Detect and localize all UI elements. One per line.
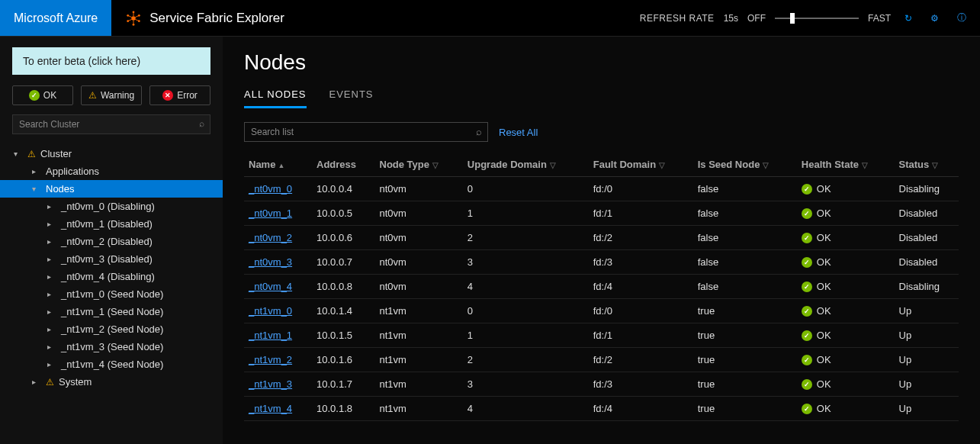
node-seed: false <box>693 250 797 275</box>
tree-applications-label: Applications <box>46 166 99 177</box>
node-health: ✓OK <box>797 397 895 421</box>
warning-icon: ⚠ <box>46 377 54 388</box>
filter-icon[interactable]: ▽ <box>550 161 556 169</box>
node-status: Disabling <box>895 177 959 201</box>
tree-node-item[interactable]: ▸_nt0vm_2 (Disabled) <box>0 233 223 250</box>
node-name-link[interactable]: _nt0vm_1 <box>244 201 312 226</box>
tree-cluster-label: Cluster <box>40 148 72 159</box>
table-row: _nt1vm_010.0.1.4nt1vm0fd:/0true✓OKUp <box>244 299 959 323</box>
check-icon: ✓ <box>802 282 812 292</box>
tab-all-nodes[interactable]: ALL NODES <box>244 88 307 108</box>
tree-node-label: _nt0vm_1 (Disabled) <box>61 218 153 230</box>
node-fd: fd:/3 <box>589 372 693 397</box>
col-status[interactable]: Status▽ <box>895 153 959 177</box>
col-name[interactable]: Name▲ <box>244 153 312 177</box>
node-type: nt1vm <box>375 323 463 348</box>
beta-banner[interactable]: To enter beta (click here) <box>12 47 210 75</box>
col-fault-domain[interactable]: Fault Domain▽ <box>589 153 693 177</box>
node-fd: fd:/4 <box>589 275 693 299</box>
refresh-slider[interactable] <box>775 18 859 19</box>
refresh-icon[interactable]: ↻ <box>900 8 917 28</box>
check-icon: ✓ <box>802 233 812 243</box>
col-health[interactable]: Health State▽ <box>797 153 895 177</box>
search-icon[interactable]: ⌕ <box>476 126 482 137</box>
tree: ▾ ⚠ Cluster ▸ Applications ▾ Nodes ▸_nt0… <box>0 142 223 394</box>
node-fd: fd:/0 <box>589 299 693 323</box>
node-status: Disabled <box>895 250 959 275</box>
info-icon[interactable]: ⓘ <box>953 7 971 29</box>
node-type: nt0vm <box>375 226 463 250</box>
search-list-input[interactable] <box>244 122 488 142</box>
tree-node-label: _nt0vm_3 (Disabled) <box>61 253 153 265</box>
node-address: 10.0.0.8 <box>312 275 374 299</box>
table-row: _nt1vm_110.0.1.5nt1vm1fd:/1true✓OKUp <box>244 323 959 348</box>
page-title: Nodes <box>244 50 959 75</box>
svg-point-0 <box>132 16 137 21</box>
node-ud: 2 <box>463 226 589 250</box>
gear-icon[interactable]: ⚙ <box>926 8 943 28</box>
chevron-right-icon: ▸ <box>47 255 56 263</box>
node-name-link[interactable]: _nt0vm_4 <box>244 275 312 299</box>
chevron-right-icon: ▸ <box>47 202 56 211</box>
tree-node-item[interactable]: ▸_nt1vm_2 (Seed Node) <box>0 320 223 338</box>
col-node-type[interactable]: Node Type▽ <box>375 153 463 177</box>
col-upgrade-domain[interactable]: Upgrade Domain▽ <box>463 153 589 177</box>
tree-node-label: _nt1vm_2 (Seed Node) <box>61 323 163 335</box>
node-name-link[interactable]: _nt0vm_0 <box>244 177 312 201</box>
node-name-link[interactable]: _nt0vm_2 <box>244 226 312 250</box>
filter-icon[interactable]: ▽ <box>932 161 938 169</box>
node-ud: 1 <box>463 323 589 348</box>
search-cluster-input[interactable] <box>12 114 210 134</box>
filter-ok-label: OK <box>43 90 56 101</box>
node-status: Up <box>895 397 959 421</box>
tree-node-item[interactable]: ▸_nt0vm_1 (Disabled) <box>0 215 223 233</box>
filter-error[interactable]: ✕ Error <box>149 85 210 105</box>
tree-node-item[interactable]: ▸_nt0vm_4 (Disabling) <box>0 268 223 285</box>
node-seed: true <box>693 299 797 323</box>
check-icon: ✓ <box>802 404 812 414</box>
filter-icon[interactable]: ▽ <box>659 161 665 169</box>
search-icon[interactable]: ⌕ <box>199 118 204 129</box>
tree-applications[interactable]: ▸ Applications <box>0 162 223 180</box>
node-type: nt1vm <box>375 397 463 421</box>
reset-all-link[interactable]: Reset All <box>499 127 538 138</box>
tree-node-item[interactable]: ▸_nt0vm_0 (Disabling) <box>0 198 223 215</box>
node-name-link[interactable]: _nt1vm_2 <box>244 348 312 372</box>
filter-icon[interactable]: ▽ <box>432 161 439 169</box>
tree-node-item[interactable]: ▸_nt0vm_3 (Disabled) <box>0 250 223 268</box>
node-type: nt0vm <box>375 177 463 201</box>
node-name-link[interactable]: _nt1vm_0 <box>244 299 312 323</box>
col-address[interactable]: Address <box>312 153 374 177</box>
tree-node-item[interactable]: ▸_nt1vm_1 (Seed Node) <box>0 303 223 320</box>
table-row: _nt0vm_410.0.0.8nt0vm4fd:/4false✓OKDisab… <box>244 275 959 299</box>
cluster-icon <box>125 10 142 27</box>
app-title-text: Service Fabric Explorer <box>149 11 284 26</box>
refresh-rate-label: REFRESH RATE <box>640 13 715 24</box>
tree-node-item[interactable]: ▸_nt1vm_3 (Seed Node) <box>0 338 223 356</box>
tree-node-item[interactable]: ▸_nt1vm_0 (Seed Node) <box>0 285 223 303</box>
node-name-link[interactable]: _nt1vm_1 <box>244 323 312 348</box>
col-seed[interactable]: Is Seed Node▽ <box>693 153 797 177</box>
tree-nodes[interactable]: ▾ Nodes <box>0 180 223 198</box>
filter-ok[interactable]: ✓ OK <box>12 85 73 105</box>
filter-icon[interactable]: ▽ <box>862 161 868 169</box>
node-address: 10.0.1.7 <box>312 372 374 397</box>
node-name-link[interactable]: _nt1vm_4 <box>244 397 312 421</box>
node-seed: true <box>693 348 797 372</box>
refresh-rate-value: 15s <box>724 13 738 24</box>
table-row: _nt0vm_110.0.0.5nt0vm1fd:/1false✓OKDisab… <box>244 201 959 226</box>
azure-brand[interactable]: Microsoft Azure <box>0 0 111 36</box>
node-seed: false <box>693 201 797 226</box>
node-name-link[interactable]: _nt1vm_3 <box>244 372 312 397</box>
node-address: 10.0.1.8 <box>312 397 374 421</box>
filter-icon[interactable]: ▽ <box>763 161 769 169</box>
tree-cluster[interactable]: ▾ ⚠ Cluster <box>0 145 223 162</box>
slider-off-label: OFF <box>747 13 766 24</box>
filter-warning[interactable]: ⚠ Warning <box>81 85 142 105</box>
tab-events[interactable]: EVENTS <box>329 88 374 108</box>
node-status: Up <box>895 323 959 348</box>
chevron-right-icon: ▸ <box>47 272 56 281</box>
tree-node-item[interactable]: ▸_nt1vm_4 (Seed Node) <box>0 356 223 373</box>
tree-system[interactable]: ▸ ⚠ System <box>0 373 223 391</box>
node-name-link[interactable]: _nt0vm_3 <box>244 250 312 275</box>
